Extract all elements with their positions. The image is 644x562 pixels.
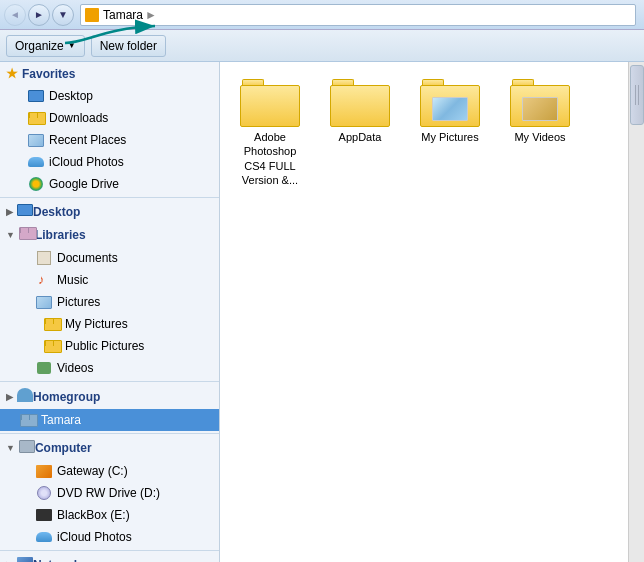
sidebar-section-network[interactable]: ▶ Network — [0, 553, 219, 562]
sidebar-item-videos[interactable]: Videos — [0, 357, 219, 379]
main-area: ★ Favorites Desktop Downloads Recent Pla… — [0, 62, 644, 562]
divider-1 — [0, 197, 219, 198]
new-folder-button[interactable]: New folder — [91, 35, 166, 57]
libraries-icon — [19, 227, 35, 243]
sidebar: ★ Favorites Desktop Downloads Recent Pla… — [0, 62, 220, 562]
sidebar-item-icloud-photos-fav[interactable]: iCloud Photos — [0, 151, 219, 173]
folder-my-pictures[interactable]: My Pictures — [410, 72, 490, 192]
adobe-folder-name: Adobe Photoshop CS4 FULL Version &... — [235, 130, 305, 187]
breadcrumb-bar[interactable]: Tamara ► — [80, 4, 636, 26]
titlebar: ◄ ► ▼ Tamara ► — [0, 0, 644, 30]
sidebar-item-desktop-fav[interactable]: Desktop — [0, 85, 219, 107]
sidebar-item-music[interactable]: ♪ Music — [0, 269, 219, 291]
sidebar-item-google-drive[interactable]: Google Drive — [0, 173, 219, 195]
sidebar-item-public-pictures[interactable]: Public Pictures — [0, 335, 219, 357]
favorites-header[interactable]: ★ Favorites — [0, 62, 219, 85]
toolbar: Organize ▼ New folder — [0, 30, 644, 62]
breadcrumb-folder-icon — [85, 8, 99, 22]
divider-3 — [0, 433, 219, 434]
sidebar-item-pictures[interactable]: Pictures — [0, 291, 219, 313]
my-pictures-folder-icon — [420, 77, 480, 127]
my-videos-folder-name: My Videos — [514, 130, 565, 144]
folder-my-videos[interactable]: My Videos — [500, 72, 580, 192]
public-pictures-icon — [44, 338, 60, 354]
adobe-folder-icon — [240, 77, 300, 127]
my-pictures-folder-name: My Pictures — [421, 130, 478, 144]
folder-adobe-photoshop[interactable]: Adobe Photoshop CS4 FULL Version &... — [230, 72, 310, 192]
forward-button[interactable]: ► — [28, 4, 50, 26]
sidebar-item-my-pictures[interactable]: My Pictures — [0, 313, 219, 335]
tamara-folder-icon — [20, 412, 36, 428]
network-icon — [17, 557, 33, 562]
recent-places-icon — [28, 132, 44, 148]
sidebar-item-documents[interactable]: Documents — [0, 247, 219, 269]
my-videos-folder-icon — [510, 77, 570, 127]
dropdown-button[interactable]: ▼ — [52, 4, 74, 26]
google-drive-icon — [28, 176, 44, 192]
libraries-expand-icon: ▼ — [6, 230, 15, 240]
dvd-icon — [36, 485, 52, 501]
video-preview — [522, 97, 558, 121]
breadcrumb-tamara: Tamara — [103, 8, 143, 22]
organize-button[interactable]: Organize ▼ — [6, 35, 85, 57]
icloud-fav-icon — [28, 154, 44, 170]
my-pictures-icon — [44, 316, 60, 332]
sidebar-item-blackbox[interactable]: BlackBox (E:) — [0, 504, 219, 526]
desktop-section-icon — [17, 204, 33, 219]
blackbox-icon — [36, 507, 52, 523]
content-area: Adobe Photoshop CS4 FULL Version &... Ap… — [220, 62, 644, 562]
icloud-computer-icon — [36, 529, 52, 545]
computer-expand-icon: ▼ — [6, 443, 15, 453]
folder-appdata[interactable]: AppData — [320, 72, 400, 192]
sidebar-item-dvd-drive[interactable]: DVD RW Drive (D:) — [0, 482, 219, 504]
videos-lib-icon — [36, 360, 52, 376]
desktop-fav-icon — [28, 88, 44, 104]
favorites-star-icon: ★ — [6, 66, 18, 81]
sidebar-section-libraries[interactable]: ▼ Libraries — [0, 223, 219, 247]
downloads-icon — [28, 110, 44, 126]
music-icon: ♪ — [36, 272, 52, 288]
sidebar-section-computer[interactable]: ▼ Computer — [0, 436, 219, 460]
scrollbar[interactable] — [628, 62, 644, 562]
documents-icon — [36, 250, 52, 266]
folder-grid: Adobe Photoshop CS4 FULL Version &... Ap… — [220, 62, 628, 202]
back-button[interactable]: ◄ — [4, 4, 26, 26]
sidebar-section-desktop[interactable]: ▶ Desktop — [0, 200, 219, 223]
organize-caret: ▼ — [68, 41, 76, 50]
divider-2 — [0, 381, 219, 382]
breadcrumb-separator: ► — [145, 8, 157, 22]
desktop-expand-icon: ▶ — [6, 207, 13, 217]
pictures-icon — [36, 294, 52, 310]
photo-preview — [432, 97, 468, 121]
homegroup-expand-icon: ▶ — [6, 392, 13, 402]
gateway-icon — [36, 463, 52, 479]
sidebar-item-downloads[interactable]: Downloads — [0, 107, 219, 129]
appdata-folder-icon — [330, 77, 390, 127]
computer-icon — [19, 440, 35, 456]
appdata-folder-name: AppData — [339, 130, 382, 144]
sidebar-item-gateway[interactable]: Gateway (C:) — [0, 460, 219, 482]
sidebar-item-icloud-computer[interactable]: iCloud Photos — [0, 526, 219, 548]
scroll-thumb[interactable] — [630, 65, 644, 125]
homegroup-icon — [17, 388, 33, 405]
sidebar-section-homegroup[interactable]: ▶ Homegroup — [0, 384, 219, 409]
divider-4 — [0, 550, 219, 551]
scroll-grip — [635, 85, 639, 105]
sidebar-item-tamara[interactable]: Tamara — [0, 409, 219, 431]
sidebar-item-recent-places[interactable]: Recent Places — [0, 129, 219, 151]
